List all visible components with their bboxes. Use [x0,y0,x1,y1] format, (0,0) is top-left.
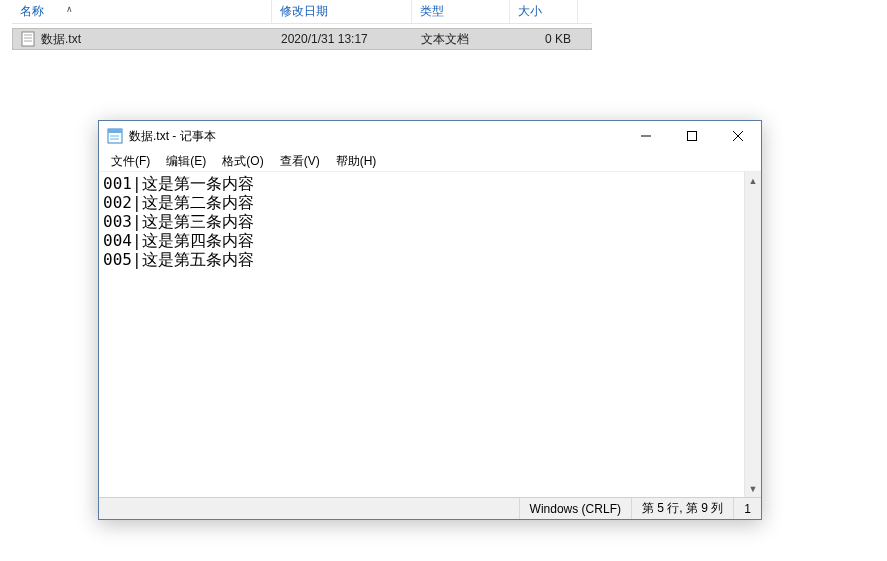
scroll-down-icon[interactable]: ▼ [745,480,761,497]
explorer-column-headers: 名称 ∧ 修改日期 类型 大小 [12,0,592,24]
menubar: 文件(F) 编辑(E) 格式(O) 查看(V) 帮助(H) [99,151,761,171]
window-title: 数据.txt - 记事本 [129,128,623,145]
explorer-file-list: 名称 ∧ 修改日期 类型 大小 数据.txt 2020/1/31 13:17 [12,0,592,50]
column-type-label: 类型 [420,3,444,20]
column-header-name[interactable]: 名称 ∧ [12,0,272,23]
window-controls [623,121,761,151]
menu-view[interactable]: 查看(V) [272,151,328,172]
text-editor[interactable]: 001|这是第一条内容 002|这是第二条内容 003|这是第三条内容 004|… [99,172,744,497]
menu-format[interactable]: 格式(O) [214,151,271,172]
menu-file[interactable]: 文件(F) [103,151,158,172]
scroll-up-icon[interactable]: ▲ [745,172,761,189]
file-row[interactable]: 数据.txt 2020/1/31 13:17 文本文档 0 KB [12,28,592,50]
status-encoding: Windows (CRLF) [519,498,631,519]
svg-rect-5 [108,129,122,133]
menu-help[interactable]: 帮助(H) [328,151,385,172]
text-file-icon [21,31,35,47]
file-size-cell: 0 KB [511,29,579,49]
titlebar[interactable]: 数据.txt - 记事本 [99,121,761,151]
status-cursor: 第 5 行, 第 9 列 [631,498,733,519]
svg-rect-9 [688,132,697,141]
column-date-label: 修改日期 [280,3,328,20]
column-header-type[interactable]: 类型 [412,0,510,23]
text-area-container: 001|这是第一条内容 002|这是第二条内容 003|这是第三条内容 004|… [99,171,761,497]
notepad-app-icon [107,128,123,144]
statusbar: Windows (CRLF) 第 5 行, 第 9 列 1 [99,497,761,519]
file-name-text: 数据.txt [41,31,81,48]
column-header-date[interactable]: 修改日期 [272,0,412,23]
status-spacer [99,498,519,519]
maximize-button[interactable] [669,121,715,151]
sort-ascending-icon: ∧ [66,4,73,14]
svg-rect-0 [22,32,34,46]
menu-edit[interactable]: 编辑(E) [158,151,214,172]
status-zoom: 1 [733,498,761,519]
file-name-cell: 数据.txt [13,29,273,49]
column-header-size[interactable]: 大小 [510,0,578,23]
scroll-track[interactable] [745,189,761,480]
file-type-cell: 文本文档 [413,29,511,49]
column-name-label: 名称 [20,3,44,20]
notepad-window: 数据.txt - 记事本 文件(F) 编辑(E) 格式(O) 查看(V) 帮助(… [98,120,762,520]
close-button[interactable] [715,121,761,151]
vertical-scrollbar[interactable]: ▲ ▼ [744,172,761,497]
minimize-button[interactable] [623,121,669,151]
file-date-cell: 2020/1/31 13:17 [273,29,413,49]
column-size-label: 大小 [518,3,542,20]
